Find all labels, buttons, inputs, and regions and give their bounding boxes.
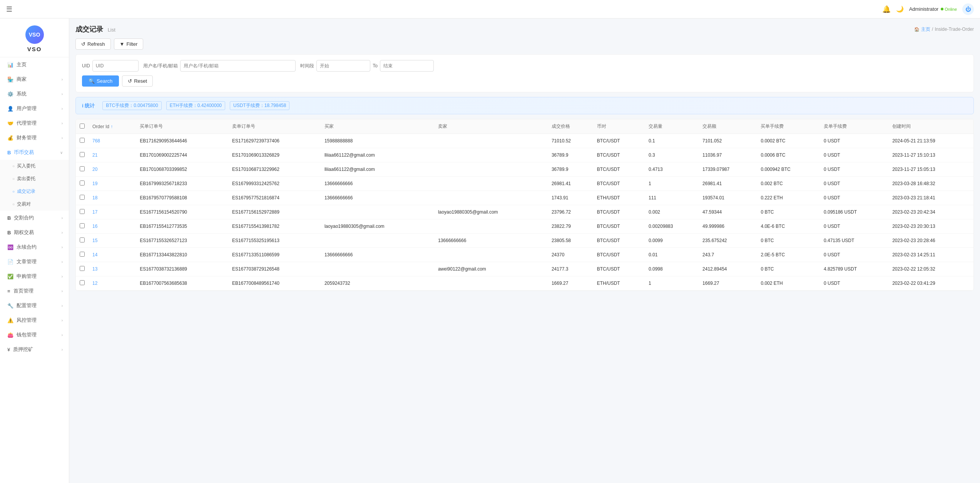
row-checkbox[interactable] [80,138,85,143]
page-title: 成交记录 [75,25,103,33]
row-checkbox[interactable] [80,223,85,228]
row-checkbox[interactable] [80,237,85,242]
sidebar-item-sell-order[interactable]: ○ 卖出委托 [0,172,69,185]
sidebar-item-subscription[interactable]: ✅ 申购管理 › [0,269,69,284]
finance-icon: 💰 [7,135,13,141]
sidebar-item-trade-record[interactable]: ○ 成交记录 [0,185,69,198]
sidebar-item-label: 申购管理 [17,273,37,280]
sidebar-item-mining[interactable]: ¥ 质押挖矿 › [0,342,69,357]
sidebar-item-risk-mgmt[interactable]: ⚠️ 风控管理 › [0,313,69,328]
futures-icon: B [7,215,11,221]
search-actions: 🔍 Search ↺ Reset [82,75,967,87]
sidebar-item-coin-trade[interactable]: B 币币交易 ∨ [0,145,69,160]
sidebar-item-system[interactable]: ⚙️ 系统 › [0,87,69,101]
sidebar-item-label: 商家 [17,76,27,83]
perpetual-icon: ♾️ [7,244,13,250]
sidebar-item-finance-mgmt[interactable]: 💰 财务管理 › [0,130,69,145]
search-label: Search [97,78,112,84]
order-id-link[interactable]: 16 [92,224,97,229]
sidebar-item-content-mgmt[interactable]: 📄 文章管理 › [0,254,69,269]
col-volume: 交易量 [645,119,699,134]
date-to-input[interactable] [380,60,434,72]
theme-icon[interactable]: 🌙 [896,5,904,13]
sidebar-item-label: 代理管理 [17,120,37,127]
sidebar-item-label: 系统 [17,90,27,97]
order-id-link[interactable]: 19 [92,181,97,186]
sidebar-item-perpetual[interactable]: ♾️ 永续合约 › [0,240,69,254]
user-input[interactable] [180,60,296,72]
col-order-id: Order Id ↑ [89,119,136,134]
sidebar-item-homepage-mgmt[interactable]: ≡ 首页管理 › [0,284,69,298]
chevron-right-icon: › [62,289,63,293]
order-id-link[interactable]: 15 [92,238,97,243]
btc-fee-tag: BTC手续费：0.00475800 [102,101,161,110]
menu-icon[interactable]: ☰ [6,5,12,13]
sidebar-item-home[interactable]: 📊 主页 [0,57,69,72]
homepage-icon: ≡ [7,288,10,294]
row-checkbox[interactable] [80,252,85,257]
select-all-checkbox[interactable] [80,124,85,129]
col-sell-order: 卖单订单号 [228,119,321,134]
row-checkbox[interactable] [80,166,85,171]
sidebar-item-buy-order[interactable]: ○ 买入委托 [0,160,69,172]
search-button[interactable]: 🔍 Search [82,75,119,87]
order-id-link[interactable]: 14 [92,252,97,257]
chevron-right-icon: › [62,304,63,308]
sidebar-item-options[interactable]: B 期权交易 › [0,225,69,240]
order-id-link[interactable]: 17 [92,209,97,215]
circle-active-icon: ○ [12,189,15,194]
chevron-right-icon: › [62,333,63,337]
sidebar-item-label: 风控管理 [17,317,37,324]
date-to-label: To [373,63,378,69]
row-checkbox[interactable] [80,209,85,214]
user-info: Administrator Online [909,6,957,12]
merchant-icon: 🏪 [7,77,13,82]
row-checkbox[interactable] [80,280,85,285]
chevron-right-icon: › [62,245,63,249]
search-form: UID 用户名/手机/邮箱 时间段 To 🔍 Search ↺ Reset [75,54,974,92]
table-row: 13 ES1677038732136889 ES1677038729126548… [76,262,973,276]
refresh-button[interactable]: ↺ Refresh [75,38,111,50]
home-icon-breadcrumb: 🏠 [914,27,920,32]
row-checkbox[interactable] [80,180,85,186]
reset-button[interactable]: ↺ Reset [122,75,153,87]
sidebar-item-agent-mgmt[interactable]: 🤝 代理管理 › [0,116,69,130]
chevron-right-icon: › [62,318,63,323]
sidebar-item-user-mgmt[interactable]: 👤 用户管理 › [0,101,69,116]
sidebar-item-futures[interactable]: B 交割合约 › [0,211,69,225]
power-button[interactable]: ⏻ [962,3,974,15]
uid-input[interactable] [92,60,139,72]
online-status: Online [941,7,957,12]
order-id-link[interactable]: 20 [92,167,97,172]
row-checkbox[interactable] [80,266,85,271]
sidebar-item-wallet-mgmt[interactable]: 👛 钱包管理 › [0,328,69,342]
user-name: Administrator [909,6,939,12]
table-row: 21 EB1701069002225744 ES1701069013326829… [76,148,973,162]
date-from-input[interactable] [316,60,370,72]
table-row: 20 EB1701068703399852 ES1701068713229962… [76,162,973,177]
sidebar-item-config-mgmt[interactable]: 🔧 配置管理 › [0,298,69,313]
order-id-link[interactable]: 21 [92,152,97,158]
search-row: UID 用户名/手机/邮箱 时间段 To [82,60,967,72]
sidebar-item-label: 交割合约 [14,214,34,221]
filter-button[interactable]: ▼ Filter [114,38,144,50]
reset-label: Reset [134,78,147,84]
sidebar-item-merchant[interactable]: 🏪 商家 › [0,72,69,87]
order-id-link[interactable]: 13 [92,266,97,272]
row-checkbox[interactable] [80,152,85,157]
col-seller: 卖家 [434,119,548,134]
row-checkbox[interactable] [80,195,85,200]
logo-circle: VSO [25,25,44,44]
col-price: 成交价格 [548,119,593,134]
sidebar-item-trade-pair[interactable]: ○ 交易对 [0,198,69,211]
refresh-label: Refresh [87,41,105,47]
topbar: ☰ 🔔 🌙 Administrator Online ⏻ [0,0,980,18]
coin-trade-subnav: ○ 买入委托 ○ 卖出委托 ○ 成交记录 ○ 交易对 [0,160,69,211]
action-bar: ↺ Refresh ▼ Filter [75,38,974,50]
notification-icon[interactable]: 🔔 [882,5,891,13]
refresh-icon: ↺ [81,41,85,47]
order-id-link[interactable]: 12 [92,281,97,286]
order-id-link[interactable]: 768 [92,138,100,144]
breadcrumb-home[interactable]: 主页 [921,26,930,33]
order-id-link[interactable]: 18 [92,195,97,201]
